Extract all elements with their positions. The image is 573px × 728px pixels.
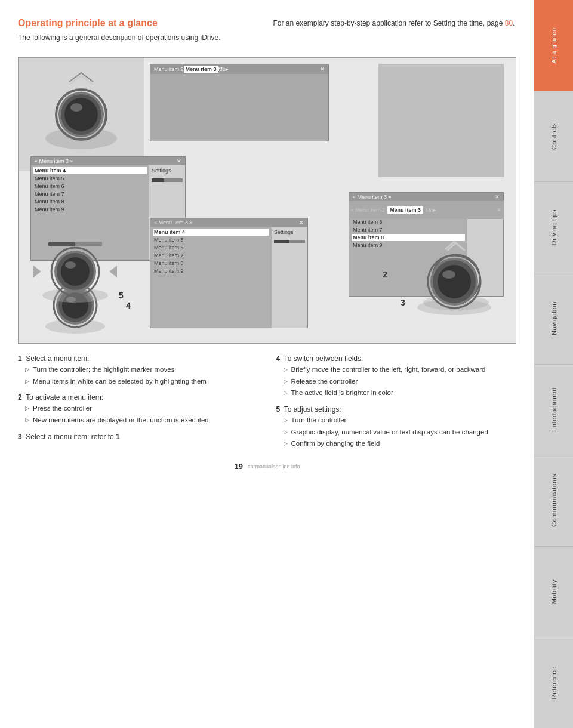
svg-point-39: [442, 270, 455, 279]
controller-bot-left: [30, 233, 120, 304]
menu-item-7: Menu item 7: [33, 190, 147, 198]
diagram-num-2: 2: [383, 270, 387, 279]
instruction-3-title: 3 Select a menu item: refer to 1: [18, 433, 258, 441]
close-icon-ml: ✕: [177, 158, 181, 164]
intro-text: The following is a general description o…: [18, 32, 261, 43]
instruction-5-bullet-3: Confirm by changing the field: [284, 439, 517, 449]
svg-point-38: [438, 265, 471, 298]
progress-bar-ml: [152, 178, 183, 182]
instruction-5-bullet-1: Turn the controller: [284, 415, 517, 425]
menu-header-mid-right: « Menu item 3 » ✕: [349, 193, 503, 201]
menu-item2-label: Menu item 2: [154, 66, 184, 72]
settings-label-bc: Settings: [274, 229, 294, 235]
instruction-1-bullet-2: Menu items in white can be selected by h…: [25, 377, 258, 387]
header-right: For an exemplary step-by-step applicatio…: [273, 18, 517, 49]
diagram-num-4: 4: [126, 301, 131, 310]
menu-item-8-b: Menu item 8: [153, 260, 269, 267]
instruction-4-title: 4 To switch between fields:: [276, 354, 517, 363]
panel-bot-center: « Menu item 3 » ✕ Menu item 4 Menu item …: [150, 218, 308, 328]
menu-item-4: Menu item 4: [33, 167, 147, 174]
controller-svg-4: [30, 233, 120, 304]
menu3-header-right: « Menu item 3 »: [353, 194, 392, 200]
close-icon-bc: ✕: [299, 220, 304, 226]
instruction-1: 1 Select a menu item: Turn the controlle…: [18, 354, 258, 386]
menu3-top-right: Menu item 3: [387, 206, 423, 214]
instruction-5-bullet-2: Graphic display, numerical value or text…: [284, 427, 517, 437]
instruction-4-bullet-1: Briefly move the controller to the left,…: [284, 365, 517, 375]
menu-item-8: Menu item 8: [33, 198, 147, 205]
instruction-1-num: 1: [18, 354, 22, 363]
close-icon-mr: ✕: [495, 194, 500, 200]
instruction-3: 3 Select a menu item: refer to 1: [18, 433, 258, 441]
menu3-header-left: « Menu item 3 »: [35, 158, 73, 164]
panel-top-center: Menu item 2 Menu item 3 Mu▸ ✕: [150, 64, 329, 141]
menu3-header-bot: « Menu item 3 »: [154, 220, 193, 226]
instruction-col-right: 4 To switch between fields: Briefly move…: [276, 354, 517, 456]
sidebar-label-reference: Reference: [548, 662, 560, 704]
menu-header-top: Menu item 2 Menu item 3 Mu▸ ✕: [150, 64, 328, 74]
sidebar: At a glance Controls Driving tips Naviga…: [534, 0, 573, 728]
more-label: Mu▸: [218, 66, 229, 72]
settings-label-ml: Settings: [152, 168, 171, 174]
instruction-2-title: 2 To activate a menu item:: [18, 393, 258, 402]
instruction-4-bullet-3: The active field is brighter in color: [284, 388, 517, 398]
instruction-4: 4 To switch between fields: Briefly move…: [276, 354, 517, 398]
diagram-container: Menu item 2 Menu item 3 Mu▸ ✕ 1: [18, 57, 516, 344]
sidebar-item-reference[interactable]: Reference: [534, 637, 573, 728]
more-top-right: Mu▸: [426, 207, 436, 213]
close-icon: ✕: [320, 66, 325, 72]
progress-bar-bc: [274, 240, 305, 243]
page-footer: 19 carmanualsonline.info: [18, 456, 516, 471]
menu-item3-label: Menu item 3: [184, 66, 218, 73]
svg-point-30: [61, 257, 90, 286]
top-right-content: [378, 64, 504, 177]
menu-header-bot: « Menu item 3 » ✕: [150, 218, 307, 227]
sidebar-label-mobility: Mobility: [548, 575, 560, 609]
menu-item-6-b: Menu item 6: [153, 244, 269, 251]
footer-logo: carmanualsonline.info: [248, 464, 300, 470]
sidebar-item-driving-tips[interactable]: Driving tips: [534, 182, 573, 273]
sidebar-label-driving-tips: Driving tips: [548, 205, 560, 250]
menu-item-7-r: Menu item 7: [352, 226, 465, 233]
menu-item-6: Menu item 6: [33, 183, 147, 190]
sidebar-item-communications[interactable]: Communications: [534, 455, 573, 547]
menu-item-5-b: Menu item 5: [153, 236, 269, 243]
menu-item-9: Menu item 9: [33, 206, 147, 213]
sidebar-item-mobility[interactable]: Mobility: [534, 547, 573, 638]
menu-item-7-b: Menu item 7: [153, 252, 269, 259]
instruction-2: 2 To activate a menu item: Press the con…: [18, 393, 258, 425]
instruction-3-num: 3: [18, 433, 22, 441]
page-ref-link[interactable]: 80: [505, 19, 513, 27]
instructions: 1 Select a menu item: Turn the controlle…: [18, 354, 516, 456]
instruction-4-num: 4: [276, 354, 281, 363]
sidebar-label-communications: Communications: [548, 469, 560, 532]
sidebar-item-navigation[interactable]: Navigation: [534, 273, 573, 365]
instruction-5: 5 To adjust settings: Turn the controlle…: [276, 405, 517, 449]
sidebar-item-entertainment[interactable]: Entertainment: [534, 365, 573, 456]
instruction-col-left: 1 Select a menu item: Turn the controlle…: [18, 354, 258, 456]
svg-point-31: [65, 261, 76, 269]
page-number: 19: [234, 462, 242, 471]
menu-item-6-r: Menu item 6: [352, 218, 465, 226]
menu-header-mid-left: « Menu item 3 » ✕: [31, 157, 185, 165]
controller-svg-3: [402, 239, 507, 316]
header-row: Operating principle at a glance The foll…: [18, 18, 516, 49]
sidebar-label-navigation: Navigation: [548, 297, 560, 340]
instruction-5-title: 5 To adjust settings:: [276, 405, 517, 414]
header-right-period: .: [513, 19, 515, 27]
sidebar-item-at-a-glance[interactable]: At a glance: [534, 0, 573, 91]
sidebar-label-at-a-glance: At a glance: [548, 23, 560, 69]
sidebar-label-controls: Controls: [548, 118, 560, 155]
header-left: Operating principle at a glance The foll…: [18, 18, 261, 49]
main-content: Operating principle at a glance The foll…: [0, 0, 534, 728]
sidebar-item-controls[interactable]: Controls: [534, 91, 573, 183]
svg-rect-34: [48, 242, 75, 246]
close-top-right: ✕: [497, 207, 501, 213]
menu-item-4-b: Menu item 4: [153, 229, 269, 236]
controller-svg-1: [33, 67, 129, 162]
instruction-2-num: 2: [18, 393, 22, 402]
svg-point-4: [70, 103, 82, 112]
menu-item-5: Menu item 5: [33, 175, 147, 182]
panel-top-right-controller: [19, 58, 144, 171]
instruction-1-title: 1 Select a menu item:: [18, 354, 258, 363]
